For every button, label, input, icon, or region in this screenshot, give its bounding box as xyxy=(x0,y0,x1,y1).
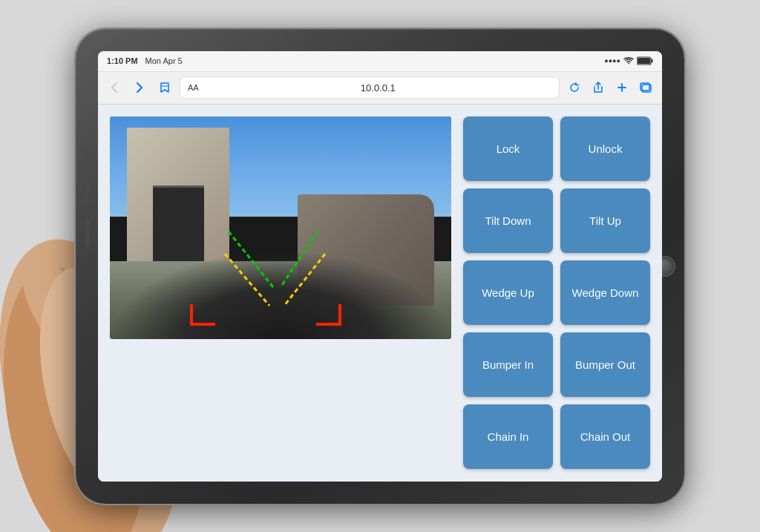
wedge-down-button[interactable]: Wedge Down xyxy=(560,260,650,325)
back-button[interactable] xyxy=(104,77,125,98)
svg-rect-6 xyxy=(638,58,650,64)
tilt-down-button[interactable]: Tilt Down xyxy=(463,188,553,253)
share-button[interactable] xyxy=(588,77,609,98)
chain-in-button[interactable]: Chain In xyxy=(463,404,553,469)
refresh-button[interactable] xyxy=(564,77,585,98)
url-display: 10.0.0.1 xyxy=(205,82,551,93)
status-indicators: ●●●● xyxy=(604,56,653,65)
new-tab-button[interactable] xyxy=(612,77,632,98)
svg-rect-5 xyxy=(652,59,653,63)
safari-toolbar: AA 10.0.0.1 xyxy=(98,72,662,105)
battery-icon xyxy=(637,56,653,65)
status-bar: 1:10 PM Mon Apr 5 ●●●● xyxy=(98,51,662,72)
ipad-device: 1:10 PM Mon Apr 5 ●●●● xyxy=(76,29,684,504)
svg-line-10 xyxy=(281,231,318,287)
chain-out-button[interactable]: Chain Out xyxy=(560,404,650,469)
main-content: LockUnlockTilt DownTilt UpWedge UpWedge … xyxy=(98,105,662,482)
volume-up-button[interactable] xyxy=(86,177,89,207)
svg-line-11 xyxy=(225,254,269,306)
status-time: 1:10 PM xyxy=(107,56,138,65)
camera-feed xyxy=(110,116,451,339)
tilt-up-button[interactable]: Tilt Up xyxy=(560,188,650,253)
address-bar[interactable]: AA 10.0.0.1 xyxy=(180,76,560,99)
bumper-out-button[interactable]: Bumper Out xyxy=(560,332,650,397)
tabs-button[interactable] xyxy=(635,77,656,98)
wedge-up-button[interactable]: Wedge Up xyxy=(463,260,553,325)
bumper-in-button[interactable]: Bumper In xyxy=(463,332,553,397)
safari-action-buttons xyxy=(564,77,656,98)
signal-icon: ●●●● xyxy=(604,57,620,65)
svg-line-12 xyxy=(284,254,325,306)
forward-button[interactable] xyxy=(129,77,150,98)
mute-button[interactable] xyxy=(86,148,89,167)
svg-line-9 xyxy=(229,231,273,287)
wifi-icon xyxy=(623,57,634,65)
bookmarks-button[interactable] xyxy=(154,77,175,98)
volume-down-button[interactable] xyxy=(86,218,89,248)
lock-button[interactable]: Lock xyxy=(463,116,553,181)
unlock-button[interactable]: Unlock xyxy=(560,116,650,181)
controls-grid: LockUnlockTilt DownTilt UpWedge UpWedge … xyxy=(463,116,650,470)
status-date: Mon Apr 5 xyxy=(145,56,183,65)
reader-mode-button[interactable]: AA xyxy=(188,83,199,92)
ipad-screen: 1:10 PM Mon Apr 5 ●●●● xyxy=(98,51,662,482)
